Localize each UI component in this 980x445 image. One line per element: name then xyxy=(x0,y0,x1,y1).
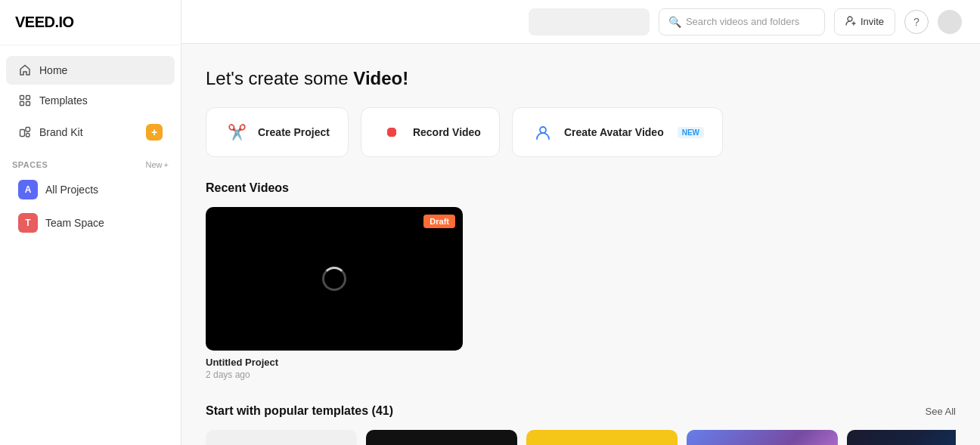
template-card-3[interactable] xyxy=(526,430,678,445)
svg-rect-4 xyxy=(20,130,25,137)
new-badge: NEW xyxy=(678,127,704,138)
svg-rect-3 xyxy=(26,102,30,106)
team-space-avatar: T xyxy=(18,213,38,233)
sidebar-item-home[interactable]: Home xyxy=(6,56,175,85)
templates-section-header: Start with popular templates (41) See Al… xyxy=(206,404,956,418)
create-avatar-label: Create Avatar Video xyxy=(564,126,664,138)
sidebar-item-team-space[interactable]: T Team Space xyxy=(6,207,175,239)
sidebar-item-brand-kit-label: Brand Kit xyxy=(39,126,83,138)
headline-prefix: Let's create some xyxy=(206,68,353,88)
video-grid: Draft Untitled Project 2 days ago xyxy=(206,207,956,380)
home-icon xyxy=(18,63,32,77)
templates-row xyxy=(206,430,956,445)
main-content: 🔍 Search videos and folders Invite ? Let… xyxy=(181,0,980,445)
brand-kit-icon xyxy=(18,125,32,139)
record-video-card[interactable]: ⏺ Record Video xyxy=(361,107,500,157)
all-projects-avatar: A xyxy=(18,180,38,199)
sidebar-nav: Home Templates Br xyxy=(0,45,181,445)
user-avatar[interactable] xyxy=(938,10,962,34)
search-placeholder-text: Search videos and folders xyxy=(686,16,799,27)
spaces-new-button[interactable]: New + xyxy=(146,160,169,169)
template-card-2[interactable] xyxy=(366,430,517,445)
sidebar-item-templates-label: Templates xyxy=(39,94,88,107)
video-date: 2 days ago xyxy=(206,369,463,380)
svg-rect-0 xyxy=(20,96,24,100)
help-icon: ? xyxy=(913,16,920,28)
template-card-5[interactable] xyxy=(847,430,956,445)
record-video-label: Record Video xyxy=(413,126,481,138)
templates-icon xyxy=(18,94,32,107)
record-video-icon: ⏺ xyxy=(380,120,404,144)
svg-point-7 xyxy=(848,17,852,21)
template-card-4[interactable] xyxy=(687,430,838,445)
spaces-section-header: SPACES New + xyxy=(0,154,181,172)
search-bar[interactable]: 🔍 Search videos and folders xyxy=(659,8,825,36)
create-project-card[interactable]: ✂️ Create Project xyxy=(206,107,349,157)
svg-rect-2 xyxy=(20,102,24,106)
team-space-label: Team Space xyxy=(45,217,104,229)
content-area: Let's create some Video! ✂️ Create Proje… xyxy=(181,44,980,445)
svg-rect-6 xyxy=(26,134,30,138)
brand-kit-badge: + xyxy=(146,124,163,141)
page-headline: Let's create some Video! xyxy=(206,68,956,89)
templates-section-title: Start with popular templates (41) xyxy=(206,404,393,418)
sidebar-item-brand-kit[interactable]: Brand Kit + xyxy=(6,116,175,148)
svg-rect-1 xyxy=(26,96,30,100)
sidebar-item-home-label: Home xyxy=(39,64,67,76)
invite-icon xyxy=(845,15,856,28)
sidebar-item-templates[interactable]: Templates xyxy=(6,86,175,115)
svg-rect-5 xyxy=(26,128,30,132)
spaces-label: SPACES xyxy=(12,160,48,169)
template-card-1[interactable] xyxy=(206,430,357,445)
header-left-placeholder xyxy=(529,8,650,36)
logo: VEED.IO xyxy=(0,0,181,45)
action-cards: ✂️ Create Project ⏺ Record Video Create … xyxy=(206,107,956,157)
create-avatar-icon xyxy=(531,120,555,144)
create-project-icon: ✂️ xyxy=(225,120,249,144)
invite-button[interactable]: Invite xyxy=(834,8,895,36)
recent-videos-title: Recent Videos xyxy=(206,181,956,195)
sidebar: VEED.IO Home Templates xyxy=(0,0,181,445)
video-card[interactable]: Draft Untitled Project 2 days ago xyxy=(206,207,463,380)
create-project-label: Create Project xyxy=(258,126,330,138)
help-button[interactable]: ? xyxy=(904,10,929,34)
all-projects-label: All Projects xyxy=(45,184,98,196)
see-all-button[interactable]: See All xyxy=(926,406,956,417)
video-spinner xyxy=(322,267,346,291)
svg-point-8 xyxy=(540,127,546,133)
sidebar-item-all-projects[interactable]: A All Projects xyxy=(6,174,175,206)
video-title: Untitled Project xyxy=(206,357,463,368)
header: 🔍 Search videos and folders Invite ? xyxy=(181,0,980,44)
search-icon: 🔍 xyxy=(668,16,681,28)
invite-label: Invite xyxy=(861,16,884,27)
draft-badge: Draft xyxy=(423,215,455,228)
headline-bold: Video! xyxy=(353,68,408,88)
create-avatar-card[interactable]: Create Avatar Video NEW xyxy=(512,107,723,157)
video-thumbnail: Draft xyxy=(206,207,463,351)
